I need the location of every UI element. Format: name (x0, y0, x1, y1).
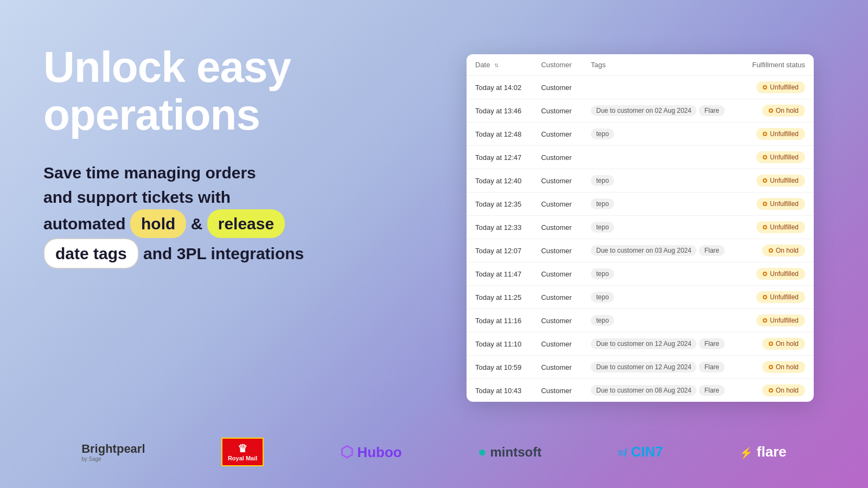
status-badge-unfulfilled: Unfulfilled (756, 291, 805, 303)
status-dot-icon (769, 248, 773, 253)
subtitle-line4: and 3PL integrations (143, 245, 304, 262)
cell-status: On hold (741, 99, 814, 123)
col-tags: Tags (582, 54, 741, 76)
cell-date: Today at 12:35 (467, 192, 532, 216)
cell-customer: Customer (532, 76, 582, 99)
status-label: Unfulfilled (770, 317, 799, 324)
tag-pill: Flare (699, 385, 724, 396)
logo-flare: ⚡ flare (739, 444, 787, 460)
subtitle-line1: Save time managing orders (43, 164, 256, 182)
status-label: On hold (776, 107, 799, 114)
cell-customer: Customer (532, 286, 582, 309)
status-dot-icon (763, 225, 767, 229)
tag-pill: Flare (699, 362, 724, 373)
stripe-icon: ≡/ (618, 447, 627, 459)
tag-pill: Due to customer on 08 Aug 2024 (591, 385, 697, 396)
status-label: On hold (776, 247, 799, 254)
cell-tags (582, 76, 741, 99)
status-dot-icon (763, 202, 767, 206)
table-row[interactable]: Today at 12:47CustomerUnfulfilled (467, 146, 814, 169)
tag-pill: tepo (591, 129, 614, 139)
status-dot-icon (763, 318, 767, 323)
cell-tags: Due to customer on 08 Aug 2024Flare (582, 379, 741, 402)
status-dot-icon (763, 178, 767, 183)
table-row[interactable]: Today at 13:46CustomerDue to customer on… (467, 99, 814, 123)
status-badge-onhold: On hold (762, 245, 805, 256)
table-row[interactable]: Today at 11:47CustomertepoUnfulfilled (467, 262, 814, 286)
table-row[interactable]: Today at 14:02CustomerUnfulfilled (467, 76, 814, 99)
tag-pill: Due to customer on 03 Aug 2024 (591, 245, 697, 256)
status-dot-icon (769, 342, 773, 346)
logo-royalmail: ♛ Royal Mail (221, 438, 264, 466)
cell-date: Today at 14:02 (467, 76, 532, 99)
cell-status: On hold (741, 332, 814, 356)
cell-status: Unfulfilled (741, 286, 814, 309)
status-dot-icon (763, 85, 767, 89)
flare-icon: ⚡ (739, 447, 753, 459)
table-row[interactable]: Today at 12:35CustomertepoUnfulfilled (467, 192, 814, 216)
table-row[interactable]: Today at 12:33CustomertepoUnfulfilled (467, 216, 814, 239)
table-row[interactable]: Today at 11:16CustomertepoUnfulfilled (467, 309, 814, 332)
table-row[interactable]: Today at 12:48CustomertepoUnfulfilled (467, 123, 814, 146)
cell-date: Today at 13:46 (467, 99, 532, 123)
table-row[interactable]: Today at 11:10CustomerDue to customer on… (467, 332, 814, 356)
status-label: Unfulfilled (770, 270, 799, 278)
status-dot-icon (763, 155, 767, 159)
cell-customer: Customer (532, 216, 582, 239)
status-label: On hold (776, 363, 799, 371)
tag-pill: tepo (591, 222, 614, 233)
col-fulfillment: Fulfillment status (741, 54, 814, 76)
status-badge-onhold: On hold (762, 105, 805, 117)
cell-customer: Customer (532, 332, 582, 356)
cell-tags: tepo (582, 286, 741, 309)
logo-cin7: ≡/ CIN7 (618, 444, 663, 460)
cell-date: Today at 12:47 (467, 146, 532, 169)
cell-status: On hold (741, 356, 814, 379)
status-badge-unfulfilled: Unfulfilled (756, 268, 805, 280)
sort-icon: ⇅ (494, 62, 499, 68)
status-dot-icon (769, 108, 773, 113)
cell-customer: Customer (532, 169, 582, 192)
status-dot-icon (763, 132, 767, 136)
tag-pill: Due to customer on 02 Aug 2024 (591, 105, 697, 116)
tag-pill: Flare (699, 105, 724, 116)
cell-tags: Due to customer on 12 Aug 2024Flare (582, 356, 741, 379)
hero-section: Unlock easy operations Save time managin… (43, 43, 401, 269)
cell-tags: tepo (582, 192, 741, 216)
cell-status: Unfulfilled (741, 216, 814, 239)
table-row[interactable]: Today at 11:25CustomertepoUnfulfilled (467, 286, 814, 309)
tag-pill: Due to customer on 12 Aug 2024 (591, 338, 697, 349)
status-dot-icon (769, 388, 773, 393)
table-row[interactable]: Today at 10:59CustomerDue to customer on… (467, 356, 814, 379)
box-icon: ⬡ (340, 444, 358, 460)
cell-status: Unfulfilled (741, 309, 814, 332)
tag-pill: Flare (699, 338, 724, 349)
table-header-row: Date ⇅ Customer Tags Fulfillment status (467, 54, 814, 76)
subtitle-line3: automated (43, 215, 126, 233)
cell-status: Unfulfilled (741, 76, 814, 99)
status-label: Unfulfilled (770, 130, 799, 138)
tag-pill: Flare (699, 245, 724, 256)
cell-status: Unfulfilled (741, 146, 814, 169)
cell-customer: Customer (532, 146, 582, 169)
table-row[interactable]: Today at 12:07CustomerDue to customer on… (467, 239, 814, 262)
cell-date: Today at 10:59 (467, 356, 532, 379)
status-label: Unfulfilled (770, 223, 799, 231)
status-label: Unfulfilled (770, 293, 799, 301)
tag-pill: tepo (591, 292, 614, 303)
ampersand: & (191, 215, 203, 233)
cell-date: Today at 12:07 (467, 239, 532, 262)
cell-tags: tepo (582, 216, 741, 239)
cell-date: Today at 11:47 (467, 262, 532, 286)
col-date[interactable]: Date ⇅ (467, 54, 532, 76)
orders-table-panel: Date ⇅ Customer Tags Fulfillment status … (467, 54, 814, 402)
cell-status: Unfulfilled (741, 169, 814, 192)
status-dot-icon (769, 365, 773, 369)
tag-pill: tepo (591, 315, 614, 326)
table-row[interactable]: Today at 10:43CustomerDue to customer on… (467, 379, 814, 402)
table-row[interactable]: Today at 12:40CustomertepoUnfulfilled (467, 169, 814, 192)
status-label: Unfulfilled (770, 177, 799, 184)
cell-status: On hold (741, 379, 814, 402)
tag-hold: hold (130, 209, 186, 238)
status-badge-onhold: On hold (762, 361, 805, 373)
